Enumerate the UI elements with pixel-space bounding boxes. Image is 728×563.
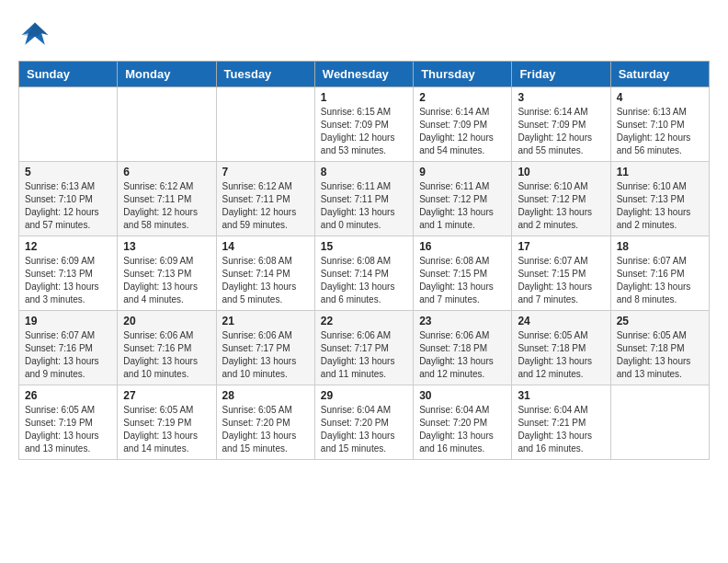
day-content: Sunrise: 6:10 AM Sunset: 7:13 PM Dayligh… [617,180,703,232]
day-content: Sunrise: 6:12 AM Sunset: 7:11 PM Dayligh… [123,180,210,232]
calendar-cell [19,87,118,162]
day-content: Sunrise: 6:04 AM Sunset: 7:20 PM Dayligh… [321,404,407,455]
calendar-cell: 18Sunrise: 6:07 AM Sunset: 7:16 PM Dayli… [610,236,709,311]
logo-icon [18,18,51,52]
day-content: Sunrise: 6:11 AM Sunset: 7:11 PM Dayligh… [321,180,407,232]
day-content: Sunrise: 6:11 AM Sunset: 7:12 PM Dayligh… [419,180,506,232]
calendar-cell: 6Sunrise: 6:12 AM Sunset: 7:11 PM Daylig… [118,162,216,236]
calendar-cell: 12Sunrise: 6:09 AM Sunset: 7:13 PM Dayli… [19,236,118,311]
calendar-cell: 17Sunrise: 6:07 AM Sunset: 7:15 PM Dayli… [512,236,610,311]
day-content: Sunrise: 6:07 AM Sunset: 7:15 PM Dayligh… [518,255,604,306]
calendar-cell: 30Sunrise: 6:04 AM Sunset: 7:20 PM Dayli… [414,385,512,460]
weekday-header-friday: Friday [512,62,610,87]
day-number: 9 [419,166,506,178]
day-content: Sunrise: 6:12 AM Sunset: 7:11 PM Dayligh… [222,180,309,232]
day-content: Sunrise: 6:06 AM Sunset: 7:17 PM Dayligh… [222,329,309,381]
day-number: 25 [617,315,703,327]
day-content: Sunrise: 6:04 AM Sunset: 7:21 PM Dayligh… [518,404,604,455]
day-number: 14 [222,240,309,253]
weekday-header-saturday: Saturday [610,62,709,87]
day-content: Sunrise: 6:09 AM Sunset: 7:13 PM Dayligh… [25,255,111,306]
day-number: 27 [123,389,210,402]
day-content: Sunrise: 6:07 AM Sunset: 7:16 PM Dayligh… [25,329,111,381]
weekday-header-row: SundayMondayTuesdayWednesdayThursdayFrid… [19,62,710,87]
day-content: Sunrise: 6:08 AM Sunset: 7:14 PM Dayligh… [222,255,309,306]
weekday-header-sunday: Sunday [19,62,118,87]
calendar-cell: 15Sunrise: 6:08 AM Sunset: 7:14 PM Dayli… [314,236,413,311]
day-number: 29 [321,389,407,402]
day-number: 3 [518,91,604,104]
day-number: 12 [25,240,111,253]
day-number: 13 [123,240,210,253]
calendar-cell: 26Sunrise: 6:05 AM Sunset: 7:19 PM Dayli… [19,385,118,460]
svg-marker-1 [22,23,49,37]
calendar-cell: 16Sunrise: 6:08 AM Sunset: 7:15 PM Dayli… [414,236,512,311]
calendar-cell: 10Sunrise: 6:10 AM Sunset: 7:12 PM Dayli… [512,162,610,236]
day-number: 17 [518,240,604,253]
day-content: Sunrise: 6:05 AM Sunset: 7:18 PM Dayligh… [518,329,604,381]
day-number: 15 [321,240,407,253]
day-number: 30 [419,389,506,402]
calendar-cell: 4Sunrise: 6:13 AM Sunset: 7:10 PM Daylig… [610,87,709,162]
calendar-cell: 2Sunrise: 6:14 AM Sunset: 7:09 PM Daylig… [414,87,512,162]
day-content: Sunrise: 6:05 AM Sunset: 7:19 PM Dayligh… [123,404,210,455]
day-number: 31 [518,389,604,402]
calendar-cell [216,87,314,162]
day-content: Sunrise: 6:07 AM Sunset: 7:16 PM Dayligh… [617,255,703,306]
calendar-week-row: 19Sunrise: 6:07 AM Sunset: 7:16 PM Dayli… [19,311,710,385]
day-number: 2 [419,91,506,104]
day-number: 28 [222,389,309,402]
day-number: 8 [321,166,407,178]
calendar-cell: 24Sunrise: 6:05 AM Sunset: 7:18 PM Dayli… [512,311,610,385]
day-content: Sunrise: 6:04 AM Sunset: 7:20 PM Dayligh… [419,404,506,455]
calendar-cell: 22Sunrise: 6:06 AM Sunset: 7:17 PM Dayli… [314,311,413,385]
calendar-cell [118,87,216,162]
day-number: 5 [25,166,111,178]
calendar-cell: 9Sunrise: 6:11 AM Sunset: 7:12 PM Daylig… [414,162,512,236]
logo [18,18,55,52]
calendar-cell: 28Sunrise: 6:05 AM Sunset: 7:20 PM Dayli… [216,385,314,460]
calendar-week-row: 12Sunrise: 6:09 AM Sunset: 7:13 PM Dayli… [19,236,710,311]
day-content: Sunrise: 6:05 AM Sunset: 7:19 PM Dayligh… [25,404,111,455]
day-number: 26 [25,389,111,402]
calendar-cell: 25Sunrise: 6:05 AM Sunset: 7:18 PM Dayli… [610,311,709,385]
day-number: 18 [617,240,703,253]
day-content: Sunrise: 6:06 AM Sunset: 7:18 PM Dayligh… [419,329,506,381]
calendar-cell: 31Sunrise: 6:04 AM Sunset: 7:21 PM Dayli… [512,385,610,460]
calendar-cell: 8Sunrise: 6:11 AM Sunset: 7:11 PM Daylig… [314,162,413,236]
day-content: Sunrise: 6:14 AM Sunset: 7:09 PM Dayligh… [518,106,604,157]
calendar-cell: 5Sunrise: 6:13 AM Sunset: 7:10 PM Daylig… [19,162,118,236]
day-number: 20 [123,315,210,327]
day-number: 10 [518,166,604,178]
day-number: 21 [222,315,309,327]
day-content: Sunrise: 6:15 AM Sunset: 7:09 PM Dayligh… [321,106,407,157]
calendar-cell: 14Sunrise: 6:08 AM Sunset: 7:14 PM Dayli… [216,236,314,311]
day-content: Sunrise: 6:08 AM Sunset: 7:14 PM Dayligh… [321,255,407,306]
day-number: 22 [321,315,407,327]
day-content: Sunrise: 6:09 AM Sunset: 7:13 PM Dayligh… [123,255,210,306]
day-content: Sunrise: 6:06 AM Sunset: 7:17 PM Dayligh… [321,329,407,381]
calendar-cell: 7Sunrise: 6:12 AM Sunset: 7:11 PM Daylig… [216,162,314,236]
day-number: 24 [518,315,604,327]
calendar-cell: 3Sunrise: 6:14 AM Sunset: 7:09 PM Daylig… [512,87,610,162]
calendar-cell: 21Sunrise: 6:06 AM Sunset: 7:17 PM Dayli… [216,311,314,385]
calendar-cell: 1Sunrise: 6:15 AM Sunset: 7:09 PM Daylig… [314,87,413,162]
day-content: Sunrise: 6:08 AM Sunset: 7:15 PM Dayligh… [419,255,506,306]
day-content: Sunrise: 6:05 AM Sunset: 7:18 PM Dayligh… [617,329,703,381]
calendar-cell: 23Sunrise: 6:06 AM Sunset: 7:18 PM Dayli… [414,311,512,385]
day-number: 11 [617,166,703,178]
day-content: Sunrise: 6:06 AM Sunset: 7:16 PM Dayligh… [123,329,210,381]
day-content: Sunrise: 6:13 AM Sunset: 7:10 PM Dayligh… [25,180,111,232]
day-number: 6 [123,166,210,178]
calendar-cell: 19Sunrise: 6:07 AM Sunset: 7:16 PM Dayli… [19,311,118,385]
calendar-week-row: 5Sunrise: 6:13 AM Sunset: 7:10 PM Daylig… [19,162,710,236]
day-content: Sunrise: 6:10 AM Sunset: 7:12 PM Dayligh… [518,180,604,232]
calendar-cell: 20Sunrise: 6:06 AM Sunset: 7:16 PM Dayli… [118,311,216,385]
page-header [18,18,710,52]
weekday-header-wednesday: Wednesday [314,62,413,87]
day-number: 19 [25,315,111,327]
day-number: 7 [222,166,309,178]
day-content: Sunrise: 6:13 AM Sunset: 7:10 PM Dayligh… [617,106,703,157]
calendar-cell [610,385,709,460]
weekday-header-monday: Monday [118,62,216,87]
